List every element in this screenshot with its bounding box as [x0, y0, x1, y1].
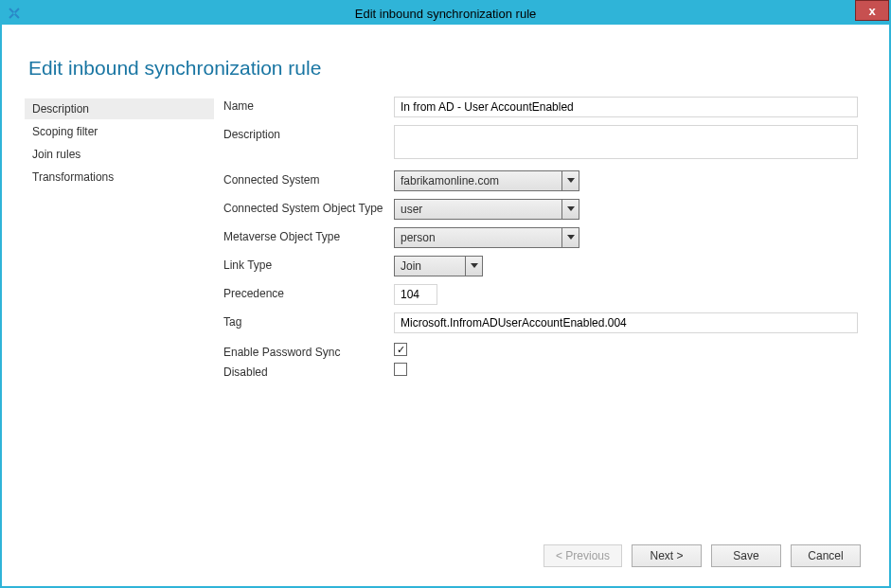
- sidebar-item-label: Scoping filter: [32, 125, 98, 138]
- sidebar-item-label: Description: [32, 102, 89, 116]
- cs-object-type-label: Connected System Object Type: [223, 199, 394, 215]
- precedence-input[interactable]: [394, 284, 437, 305]
- svg-marker-6: [567, 235, 575, 240]
- tag-input[interactable]: [394, 312, 858, 333]
- previous-label: < Previous: [556, 549, 610, 562]
- window-title: Edit inbound synchronization rule: [2, 7, 889, 21]
- chevron-down-icon: [561, 228, 579, 247]
- cs-object-type-select[interactable]: user: [394, 199, 579, 220]
- connected-system-select[interactable]: fabrikamonline.com: [394, 170, 579, 191]
- enable-pwd-sync-label: Enable Password Sync: [223, 343, 394, 359]
- sidebar-item-scoping-filter[interactable]: Scoping filter: [25, 121, 214, 142]
- app-icon: [8, 7, 21, 20]
- connected-system-value: fabrikamonline.com: [395, 171, 561, 190]
- chevron-down-icon: [561, 171, 579, 190]
- page-title: Edit inbound synchronization rule: [28, 57, 866, 80]
- connected-system-label: Connected System: [223, 170, 394, 187]
- name-input[interactable]: [394, 97, 858, 117]
- link-type-label: Link Type: [223, 256, 394, 272]
- save-label: Save: [733, 549, 758, 562]
- cancel-label: Cancel: [808, 549, 843, 562]
- sidebar-item-description[interactable]: Description: [25, 98, 214, 119]
- titlebar: Edit inbound synchronization rule x: [2, 2, 889, 25]
- save-button[interactable]: Save: [711, 544, 781, 567]
- close-icon: x: [868, 4, 875, 18]
- check-icon: ✓: [397, 345, 405, 355]
- form-area: Name Description Connected System fabrik…: [214, 97, 866, 544]
- link-type-value: Join: [395, 257, 465, 276]
- disabled-checkbox[interactable]: [394, 363, 407, 376]
- chevron-down-icon: [561, 200, 579, 219]
- description-label: Description: [223, 125, 394, 141]
- svg-marker-5: [567, 206, 575, 211]
- dialog-window: Edit inbound synchronization rule x Edit…: [0, 0, 891, 588]
- cancel-button[interactable]: Cancel: [791, 544, 861, 567]
- sidebar-item-transformations[interactable]: Transformations: [25, 167, 214, 187]
- name-label: Name: [223, 97, 394, 113]
- sidebar-item-label: Transformations: [32, 170, 114, 184]
- cs-object-type-value: user: [395, 200, 561, 219]
- next-button[interactable]: Next >: [632, 544, 702, 567]
- disabled-label: Disabled: [223, 363, 394, 379]
- svg-rect-2: [9, 8, 14, 13]
- svg-marker-4: [567, 178, 575, 183]
- sidebar: Description Scoping filter Join rules Tr…: [25, 97, 214, 544]
- mv-object-type-value: person: [395, 228, 561, 247]
- svg-marker-7: [471, 263, 478, 268]
- svg-rect-3: [14, 13, 20, 19]
- close-button[interactable]: x: [855, 0, 889, 21]
- enable-pwd-sync-checkbox[interactable]: ✓: [394, 343, 407, 356]
- tag-label: Tag: [223, 312, 394, 329]
- previous-button: < Previous: [544, 544, 622, 567]
- svg-rect-1: [9, 13, 14, 19]
- svg-rect-0: [14, 8, 20, 13]
- footer: < Previous Next > Save Cancel: [25, 544, 866, 575]
- sidebar-item-join-rules[interactable]: Join rules: [25, 144, 214, 165]
- precedence-label: Precedence: [223, 284, 394, 300]
- mv-object-type-select[interactable]: person: [394, 227, 579, 248]
- next-label: Next >: [650, 549, 683, 562]
- description-input[interactable]: [394, 125, 858, 159]
- body: Description Scoping filter Join rules Tr…: [25, 97, 866, 544]
- chevron-down-icon: [465, 257, 482, 276]
- content-area: Edit inbound synchronization rule Descri…: [2, 25, 889, 586]
- sidebar-item-label: Join rules: [32, 148, 80, 161]
- mv-object-type-label: Metaverse Object Type: [223, 227, 394, 243]
- link-type-select[interactable]: Join: [394, 256, 483, 276]
